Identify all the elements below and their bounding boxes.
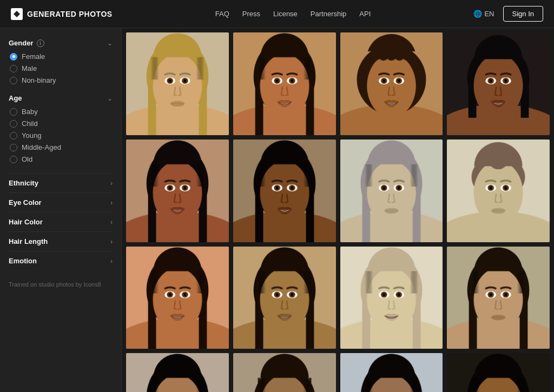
- age-filter-title: Age: [9, 94, 22, 102]
- gender-female-radio[interactable]: [10, 53, 17, 61]
- gender-filter-section: Gender i ⌄ Female Male Non-binary: [9, 39, 113, 84]
- logo-text: GENERATED PHOTOS: [27, 10, 113, 18]
- age-old-radio[interactable]: [10, 156, 17, 163]
- age-child-radio[interactable]: [10, 120, 17, 128]
- nav-faq[interactable]: FAQ: [215, 10, 229, 18]
- photo-cell[interactable]: [340, 32, 443, 135]
- sign-in-button[interactable]: Sign In: [503, 6, 543, 22]
- header: GENERATED PHOTOS FAQ Press License Partn…: [0, 0, 554, 28]
- gender-filter-title: Gender i: [9, 39, 44, 47]
- age-child-option[interactable]: Child: [10, 119, 113, 128]
- logo-icon: [11, 8, 23, 20]
- ethnicity-filter[interactable]: Ethnicity ›: [9, 173, 113, 192]
- age-young-radio[interactable]: [10, 132, 17, 139]
- main-layout: Gender i ⌄ Female Male Non-binary: [0, 28, 554, 392]
- lang-label: EN: [484, 10, 494, 18]
- photo-cell[interactable]: [233, 32, 336, 135]
- age-radio-group: Baby Child Young Middle-Aged Old: [9, 108, 113, 163]
- ethnicity-chevron-icon: ›: [110, 180, 113, 187]
- gender-nonbinary-radio[interactable]: [10, 77, 17, 84]
- age-baby-option[interactable]: Baby: [10, 108, 113, 116]
- gender-chevron-icon[interactable]: ⌄: [107, 39, 113, 47]
- gender-male-radio[interactable]: [10, 65, 17, 72]
- nav-partnership[interactable]: Partnership: [311, 10, 346, 18]
- age-middle-option[interactable]: Middle-Aged: [10, 143, 113, 151]
- gender-info-icon[interactable]: i: [37, 39, 44, 47]
- gender-female-option[interactable]: Female: [10, 52, 113, 61]
- hair-color-chevron-icon: ›: [110, 218, 113, 226]
- nav-api[interactable]: API: [359, 10, 371, 18]
- globe-icon: 🌐: [473, 10, 482, 18]
- age-old-option[interactable]: Old: [10, 155, 113, 163]
- logo[interactable]: GENERATED PHOTOS: [11, 8, 113, 20]
- nav-press[interactable]: Press: [242, 10, 260, 18]
- photo-cell[interactable]: [340, 139, 443, 242]
- photo-cell[interactable]: [126, 32, 229, 135]
- photo-grid: [126, 32, 550, 392]
- photo-cell[interactable]: [340, 247, 443, 349]
- photo-cell[interactable]: [126, 353, 229, 392]
- nav-license[interactable]: License: [273, 10, 298, 18]
- gender-radio-group: Female Male Non-binary: [9, 52, 113, 84]
- photo-cell[interactable]: [233, 353, 336, 392]
- photo-cell[interactable]: [447, 32, 550, 135]
- photo-cell[interactable]: [447, 353, 550, 392]
- photo-cell[interactable]: [126, 139, 229, 242]
- emotion-filter[interactable]: Emotion ›: [9, 251, 113, 270]
- header-right: 🌐 EN Sign In: [473, 6, 543, 22]
- age-chevron-icon[interactable]: ⌄: [107, 95, 113, 102]
- photo-cell[interactable]: [233, 139, 336, 242]
- sidebar: Gender i ⌄ Female Male Non-binary: [0, 28, 122, 392]
- photo-cell[interactable]: [233, 247, 336, 349]
- main-nav: FAQ Press License Partnership API: [215, 10, 371, 18]
- gender-male-option[interactable]: Male: [10, 64, 113, 72]
- age-baby-radio[interactable]: [10, 108, 17, 116]
- photo-cell[interactable]: [447, 247, 550, 349]
- age-young-option[interactable]: Young: [10, 131, 113, 139]
- hair-length-filter[interactable]: Hair Length ›: [9, 231, 113, 251]
- gender-nonbinary-option[interactable]: Non-binary: [10, 76, 113, 84]
- emotion-chevron-icon: ›: [110, 257, 113, 265]
- language-selector[interactable]: 🌐 EN: [473, 10, 494, 18]
- age-middle-radio[interactable]: [10, 144, 17, 151]
- photo-cell[interactable]: [126, 247, 229, 349]
- hair-color-filter[interactable]: Hair Color ›: [9, 212, 113, 231]
- eye-color-filter[interactable]: Eye Color ›: [9, 192, 113, 212]
- photo-cell[interactable]: [447, 139, 550, 242]
- gender-filter-header: Gender i ⌄: [9, 39, 113, 47]
- eye-color-chevron-icon: ›: [110, 199, 113, 207]
- hair-length-chevron-icon: ›: [110, 238, 113, 245]
- age-filter-header: Age ⌄: [9, 94, 113, 102]
- photo-grid-container[interactable]: [122, 28, 554, 392]
- photo-cell[interactable]: [340, 353, 443, 392]
- svg-marker-0: [14, 11, 20, 17]
- age-filter-section: Age ⌄ Baby Child Young: [9, 94, 113, 163]
- sidebar-footer: Trained on studio photos by Icons8: [9, 281, 113, 288]
